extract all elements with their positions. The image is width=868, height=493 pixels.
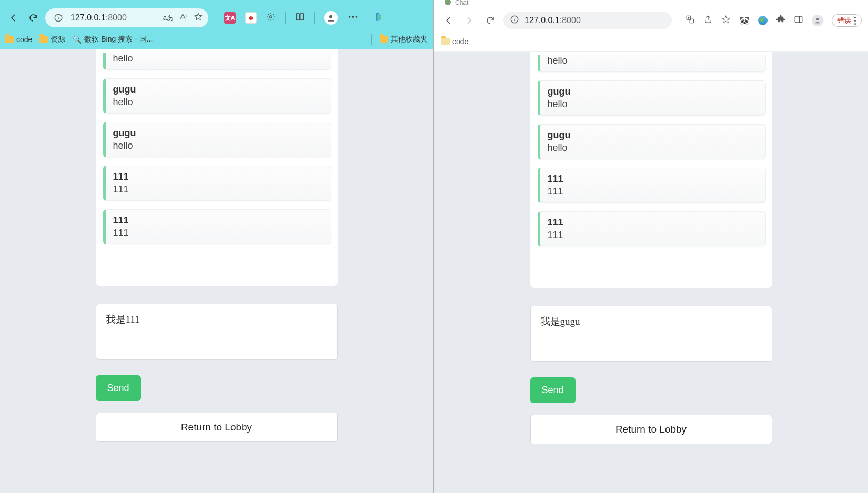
chrome-bookmarks-bar: code <box>434 34 868 52</box>
extensions-icon[interactable] <box>776 15 785 26</box>
message-username: 111 <box>113 171 324 182</box>
chrome-tab[interactable]: Chat <box>445 0 473 7</box>
folder-icon <box>39 36 48 43</box>
message-text: hello <box>548 55 758 66</box>
extension-cog-icon[interactable] <box>266 12 276 24</box>
message-composer[interactable] <box>96 304 338 360</box>
folder-icon <box>5 36 14 43</box>
message-text: hello <box>113 53 324 64</box>
error-label: 错误 <box>837 16 851 25</box>
refresh-button[interactable] <box>482 13 498 28</box>
chrome-tab-strip: Chat <box>434 0 868 7</box>
message-username: gugu <box>548 130 758 141</box>
svg-point-9 <box>356 16 358 18</box>
copilot-icon[interactable] <box>372 11 384 25</box>
chat-message: 111 111 <box>103 209 331 244</box>
extension-icon-2[interactable]: ● <box>245 12 257 24</box>
svg-rect-4 <box>296 14 299 20</box>
error-chip[interactable]: 错误 <box>832 14 862 27</box>
svg-point-7 <box>349 16 351 18</box>
chat-message: 111 111 <box>538 211 766 246</box>
chat-message: gugu hello <box>103 78 331 114</box>
translate-badge[interactable]: aあ <box>163 13 174 23</box>
edge-bookmarks-bar: code 资源 🔍微软 Bing 搜索 - 国... 其他收藏夹 <box>0 32 433 49</box>
extensions-strip: 文A ● <box>213 11 384 25</box>
forward-button <box>461 13 477 28</box>
more-menu-icon[interactable] <box>347 11 359 25</box>
message-username: 111 <box>113 215 324 226</box>
bookmark-code[interactable]: code <box>5 35 32 44</box>
message-text: 111 <box>113 184 324 195</box>
message-text: 111 <box>548 186 758 197</box>
chat-message: 111 111 <box>538 168 766 203</box>
svg-point-8 <box>352 16 354 18</box>
message-text: 111 <box>113 228 324 239</box>
profile-avatar[interactable] <box>324 11 338 25</box>
bookmark-code[interactable]: code <box>441 37 468 46</box>
folder-icon <box>380 36 388 43</box>
chat-message: gugu hello <box>103 122 331 157</box>
favorite-star-icon[interactable] <box>194 12 203 24</box>
chat-message-list[interactable]: hello gugu hello gugu hello 111 111 <box>538 55 768 281</box>
edge-window: 127.0.0.1:8000 aあ 文A ● <box>0 0 434 493</box>
bookmark-bing[interactable]: 🔍微软 Bing 搜索 - 国... <box>73 35 153 44</box>
message-text: 111 <box>548 230 758 241</box>
chat-panel: hello gugu hello gugu hello 111 111 <box>530 52 772 288</box>
message-username: gugu <box>548 86 758 97</box>
bookmark-other[interactable]: 其他收藏夹 <box>371 34 428 45</box>
folder-icon <box>441 38 450 45</box>
separator <box>314 12 315 24</box>
favorite-star-icon[interactable] <box>721 15 731 26</box>
extension-icon-1[interactable]: 文A <box>224 12 236 24</box>
split-screen-icon[interactable] <box>295 12 305 24</box>
back-button[interactable] <box>440 13 456 28</box>
back-button[interactable] <box>5 10 21 26</box>
message-text: hello <box>548 99 758 110</box>
svg-point-17 <box>816 18 819 20</box>
svg-rect-5 <box>300 14 304 20</box>
message-text: hello <box>548 142 758 153</box>
edge-tab-strip <box>0 0 433 5</box>
message-username: gugu <box>113 84 324 95</box>
send-button[interactable]: Send <box>530 377 576 403</box>
chat-message: gugu hello <box>538 124 766 159</box>
message-username: 111 <box>548 217 758 228</box>
chat-panel: hello gugu hello gugu hello 111 111 <box>96 49 338 286</box>
return-to-lobby-button[interactable]: Return to Lobby <box>530 415 772 444</box>
site-info-icon[interactable] <box>510 15 519 26</box>
svg-point-6 <box>329 15 332 18</box>
chat-message: hello <box>103 53 331 70</box>
share-icon[interactable] <box>703 15 713 26</box>
chat-message: gugu hello <box>538 80 766 116</box>
svg-point-3 <box>270 16 272 18</box>
search-icon: 🔍 <box>73 35 82 44</box>
message-input[interactable] <box>106 313 328 336</box>
chat-message-list[interactable]: hello gugu hello gugu hello 111 111 <box>103 53 334 279</box>
message-text: hello <box>113 97 324 108</box>
message-username: gugu <box>113 128 324 139</box>
chrome-address-bar[interactable]: 127.0.0.1:8000 <box>503 12 672 29</box>
profile-avatar[interactable] <box>812 15 823 26</box>
separator <box>371 34 372 45</box>
message-text: hello <box>113 140 324 151</box>
chrome-window: Chat 127.0.0.1:8000 🐼 错误 code <box>434 0 868 493</box>
edge-address-bar[interactable]: 127.0.0.1:8000 aあ <box>45 8 208 27</box>
side-panel-icon[interactable] <box>794 15 803 26</box>
return-to-lobby-button[interactable]: Return to Lobby <box>96 413 338 442</box>
message-composer[interactable] <box>530 306 772 362</box>
send-button[interactable]: Send <box>96 375 141 401</box>
panda-extension-icon[interactable]: 🐼 <box>739 16 750 26</box>
bookmark-resources[interactable]: 资源 <box>39 35 65 44</box>
url-text: 127.0.0.1:8000 <box>524 16 581 25</box>
page-content: hello gugu hello gugu hello 111 111 <box>434 52 868 493</box>
chrome-toolbar: 127.0.0.1:8000 🐼 错误 <box>434 7 868 34</box>
chat-message: 111 111 <box>103 166 331 201</box>
refresh-button[interactable] <box>25 10 41 26</box>
globe-extension-icon[interactable] <box>758 16 768 25</box>
site-info-icon[interactable] <box>51 13 66 23</box>
svg-rect-15 <box>795 16 802 23</box>
read-aloud-icon[interactable] <box>179 12 188 24</box>
translate-icon[interactable] <box>685 15 695 26</box>
page-content: hello gugu hello gugu hello 111 111 <box>0 49 433 493</box>
message-input[interactable] <box>540 315 762 338</box>
